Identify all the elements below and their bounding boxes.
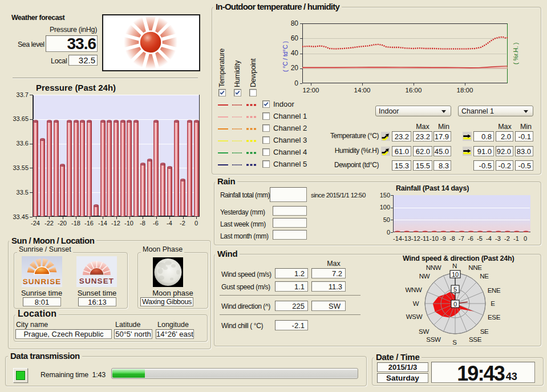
svg-text:SUNRISE: SUNRISE	[23, 277, 62, 286]
svg-text:5: 5	[453, 286, 457, 293]
svg-text:0: 0	[453, 301, 457, 308]
svg-text:10: 10	[452, 271, 459, 278]
svg-text:SUNSET: SUNSET	[79, 277, 114, 285]
